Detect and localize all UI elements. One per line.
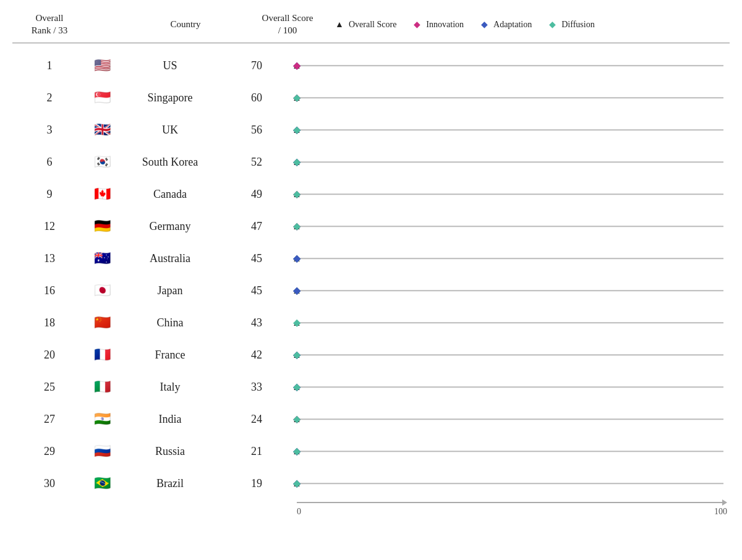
chart-cell: ◆▲◆◆: [291, 346, 730, 364]
rank-cell: 16: [12, 284, 87, 297]
score-cell: 45: [223, 252, 291, 265]
score-cell: 33: [223, 381, 291, 394]
chart-cell: ▲◆: [291, 313, 730, 332]
rank-header: Overall Rank / 33: [12, 12, 87, 36]
country-cell: Germany: [117, 220, 223, 233]
score-cell: 47: [223, 220, 291, 233]
diamond-pink-icon: ◆: [411, 19, 422, 30]
flag-cell: 🇨🇳: [87, 315, 117, 331]
diamond-marker-adaptation: ◆: [293, 286, 301, 295]
legend-overall-score: ▲ Overall Score: [334, 19, 396, 30]
legend-area: ▲ Overall Score ◆ Innovation ◆ Adaptatio…: [322, 19, 730, 30]
score-cell: 70: [223, 59, 291, 72]
flag-cell: 🇯🇵: [87, 282, 117, 299]
country-cell: France: [117, 349, 223, 362]
country-cell: Japan: [117, 284, 223, 297]
chart-cell: ◆◆▲◆: [291, 474, 730, 493]
diamond-marker-diffusion: ◆: [293, 93, 301, 103]
header-cols: Overall Rank / 33 Country Overall Score …: [12, 12, 730, 36]
chart-cell: ◆▲◆: [291, 217, 730, 235]
axis-row: 0 100: [12, 502, 730, 503]
flag-cell: 🇰🇷: [87, 154, 117, 170]
rank-cell: 25: [12, 381, 87, 394]
diamond-marker-diffusion: ◆: [293, 221, 301, 231]
legend: ▲ Overall Score ◆ Innovation ◆ Adaptatio…: [322, 19, 730, 30]
country-cell: India: [117, 413, 223, 426]
diamond-marker-diffusion: ◆: [293, 189, 301, 199]
diamond-marker-diffusion: ◆: [293, 125, 301, 135]
country-cell: Singapore: [117, 91, 223, 104]
chart-line: [297, 161, 723, 163]
chart-line: [297, 258, 723, 259]
chart-cell: ◆▲◆◆: [291, 281, 730, 300]
rank-cell: 12: [12, 220, 87, 233]
chart-cell: ◆▲◆◆: [291, 378, 730, 396]
rank-cell: 13: [12, 252, 87, 265]
country-cell: Canada: [117, 188, 223, 201]
rows-container: 1🇺🇸US70◆▲◆2🇸🇬Singapore60◆▲◆3🇬🇧UK56◆▲◆◆6🇰…: [12, 49, 730, 499]
chart-line: [297, 290, 723, 291]
rank-cell: 6: [12, 156, 87, 169]
flag-cell: 🇬🇧: [87, 122, 117, 138]
score-cell: 49: [223, 188, 291, 201]
flag-cell: 🇧🇷: [87, 475, 117, 491]
score-cell: 45: [223, 284, 291, 297]
flag-cell: 🇫🇷: [87, 347, 117, 363]
diamond-marker-diffusion: ◆: [293, 414, 301, 424]
diamond-marker-innovation: ◆: [293, 61, 301, 70]
country-cell: Italy: [117, 381, 223, 394]
table-row: 12🇩🇪Germany47◆▲◆: [12, 210, 730, 242]
country-header: Country: [117, 19, 254, 30]
flag-cell: 🇺🇸: [87, 57, 117, 74]
axis-line: [297, 502, 723, 503]
legend-adaptation: ◆ Adaptation: [479, 19, 532, 30]
rank-cell: 2: [12, 91, 87, 104]
chart-line: [297, 226, 723, 227]
chart-line: [297, 97, 723, 98]
triangle-icon: ▲: [334, 19, 345, 30]
diamond-marker-diffusion: ◆: [293, 382, 301, 392]
table-header: Overall Rank / 33 Country Overall Score …: [12, 12, 730, 43]
rank-cell: 29: [12, 445, 87, 458]
chart-cell: ◆▲◆: [291, 185, 730, 203]
score-cell: 21: [223, 445, 291, 458]
score-cell: 19: [223, 477, 291, 490]
diamond-marker-diffusion: ◆: [293, 318, 301, 328]
table-row: 6🇰🇷South Korea52◆▲◆◆: [12, 146, 730, 178]
table-row: 29🇷🇺Russia21◆▲◆◆: [12, 435, 730, 467]
score-cell: 43: [223, 316, 291, 329]
table-row: 25🇮🇹Italy33◆▲◆◆: [12, 371, 730, 403]
score-cell: 52: [223, 156, 291, 169]
diamond-marker-adaptation: ◆: [293, 253, 301, 263]
country-cell: UK: [117, 124, 223, 137]
score-cell: 42: [223, 349, 291, 362]
flag-cell: 🇮🇹: [87, 379, 117, 395]
diamond-marker-diffusion: ◆: [293, 446, 301, 456]
chart-line: [297, 418, 723, 420]
axis-arrow-icon: [722, 499, 727, 506]
country-cell: South Korea: [117, 156, 223, 169]
chart-line: [297, 65, 723, 66]
flag-cell: 🇦🇺: [87, 250, 117, 266]
chart-line: [297, 129, 723, 130]
table-row: 18🇨🇳China43▲◆: [12, 307, 730, 339]
chart-cell: ◆▲◆: [291, 88, 730, 107]
flag-cell: 🇷🇺: [87, 443, 117, 459]
chart-line: [297, 354, 723, 355]
diamond-marker-diffusion: ◆: [293, 478, 301, 488]
chart-cell: ◆▲◆: [291, 410, 730, 428]
chart-line: [297, 451, 723, 452]
rank-cell: 3: [12, 124, 87, 137]
chart-line: [297, 193, 723, 195]
legend-diffusion: ◆ Diffusion: [547, 19, 594, 30]
main-container: Overall Rank / 33 Country Overall Score …: [12, 12, 730, 503]
chart-line: [297, 483, 723, 484]
axis-line-container: 0 100: [291, 502, 730, 503]
flag-cell: 🇸🇬: [87, 90, 117, 106]
diamond-marker-diffusion: ◆: [293, 157, 301, 167]
rank-cell: 20: [12, 349, 87, 362]
chart-cell: ◆▲◆◆: [291, 442, 730, 460]
country-cell: Australia: [117, 252, 223, 265]
table-row: 1🇺🇸US70◆▲◆: [12, 49, 730, 82]
score-cell: 56: [223, 124, 291, 137]
